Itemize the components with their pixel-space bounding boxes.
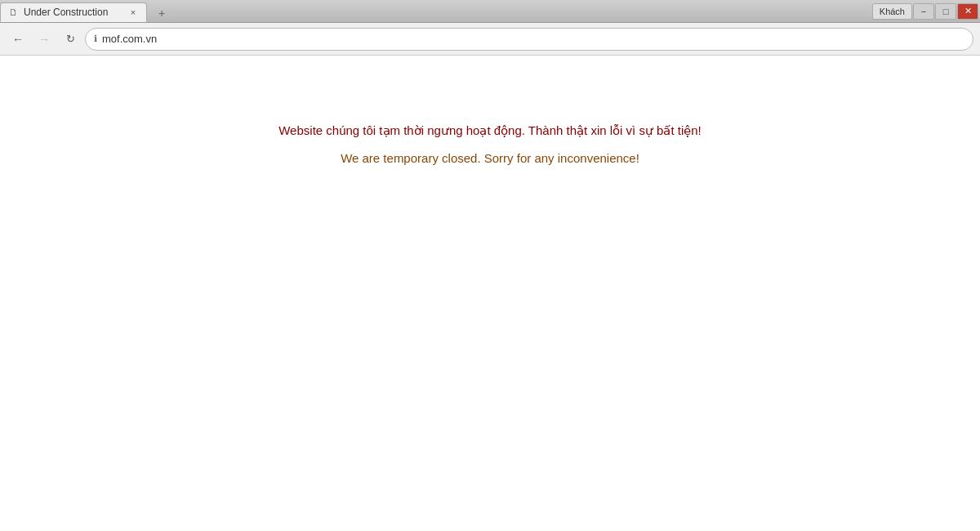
minimize-button[interactable]: − — [913, 3, 934, 20]
title-bar: 🗋 Under Construction × + Khách − □ ✕ — [0, 0, 980, 23]
address-input[interactable] — [102, 33, 964, 45]
tab-bar: 🗋 Under Construction × + — [0, 0, 872, 22]
message-english: We are temporary closed. Sorry for any i… — [278, 149, 702, 168]
tab-page-icon: 🗋 — [7, 7, 19, 18]
maximize-button[interactable]: □ — [935, 3, 956, 20]
message-vietnamese: Website chúng tôi tạm thời ngưng hoạt độ… — [278, 121, 702, 141]
close-button[interactable]: ✕ — [957, 3, 978, 20]
tab-close-button[interactable]: × — [127, 6, 140, 19]
navigation-bar: ← → ↻ ℹ — [0, 23, 980, 56]
back-button[interactable]: ← — [7, 28, 29, 51]
reload-button[interactable]: ↻ — [59, 28, 82, 51]
page-content: Website chúng tôi tạm thời ngưng hoạt độ… — [0, 56, 980, 531]
window-controls: Khách − □ ✕ — [872, 3, 980, 20]
message-container: Website chúng tôi tạm thời ngưng hoạt độ… — [278, 121, 702, 168]
address-bar-container: ℹ — [85, 28, 973, 51]
tab-title: Under Construction — [24, 7, 123, 18]
browser-window: 🗋 Under Construction × + Khách − □ ✕ ← →… — [0, 0, 980, 531]
security-icon: ℹ — [94, 33, 97, 44]
forward-button[interactable]: → — [33, 28, 56, 51]
user-button[interactable]: Khách — [872, 3, 912, 20]
active-tab[interactable]: 🗋 Under Construction × — [0, 2, 147, 22]
new-tab-button[interactable]: + — [150, 4, 173, 22]
